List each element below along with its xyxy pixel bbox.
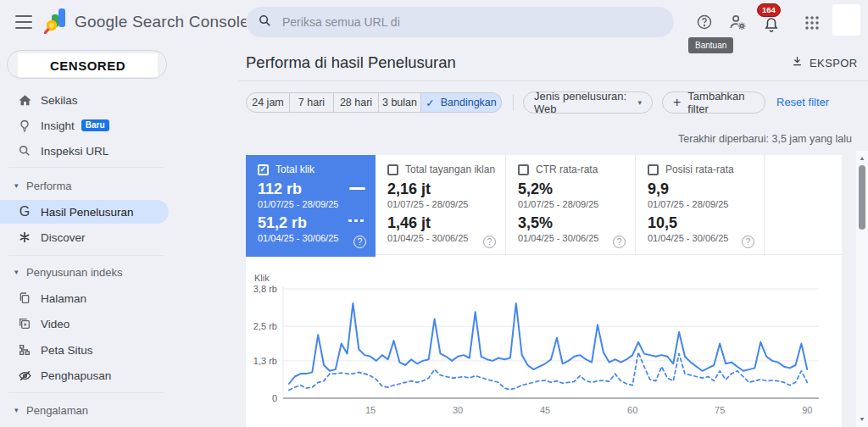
metric-card-total-klik[interactable]: ✓ Total klik 112 rb 01/07/25 - 28/09/25 …	[246, 155, 376, 257]
svg-text:15: 15	[365, 405, 376, 415]
search-console-logo-icon	[44, 7, 68, 37]
metric-range-current: 01/07/25 - 28/09/25	[387, 199, 468, 209]
brand-link[interactable]: Google Search Console	[44, 7, 249, 37]
question-icon[interactable]: ?	[483, 236, 496, 248]
menu-icon[interactable]	[14, 14, 33, 30]
metric-range-previous: 01/04/25 - 30/06/25	[258, 233, 338, 243]
sidebar-item-halaman[interactable]: Halaman	[0, 286, 169, 311]
svg-text:0: 0	[272, 393, 277, 403]
sidebar-item-discover[interactable]: Discover	[0, 225, 169, 249]
plus-icon: +	[673, 96, 681, 109]
filter-separator	[513, 94, 514, 111]
metric-value-previous: 3,5%	[518, 214, 553, 232]
range-28-hari[interactable]: 28 hari	[334, 92, 379, 113]
help-button[interactable]	[694, 12, 715, 32]
last-updated-text: Terakhir diperbarui: 3,5 jam yang lalu	[678, 133, 852, 145]
svg-text:45: 45	[540, 405, 550, 415]
vertical-scrollbar[interactable]: ▲ ▼	[856, 151, 868, 427]
search-icon	[258, 14, 272, 31]
metric-value-previous: 51,2 rb	[258, 214, 307, 232]
sidebar-section-penyusunan-indeks[interactable]: ▾ Penyusunan indeks	[0, 260, 169, 284]
brand-text: Google Search Console	[75, 13, 249, 31]
range-7-hari[interactable]: 7 hari	[290, 92, 334, 113]
scroll-down-icon[interactable]: ▼	[856, 416, 868, 422]
export-button[interactable]: EKSPOR	[791, 55, 858, 70]
metric-range-current: 01/07/25 - 28/09/25	[648, 199, 728, 209]
property-name: CENSORED	[18, 53, 158, 77]
sidebar-divider	[8, 167, 164, 168]
question-icon[interactable]: ?	[742, 236, 754, 248]
notifications-icon[interactable]	[761, 14, 782, 35]
reset-filter-link[interactable]: Reset filter	[776, 96, 829, 108]
header-divider	[238, 80, 868, 81]
search-type-filter[interactable]: Jenis penelusuran: Web ▾	[523, 92, 653, 114]
home-icon	[17, 93, 32, 108]
metric-range-previous: 01/04/25 - 30/06/25	[518, 233, 598, 243]
eye-off-icon	[17, 369, 32, 383]
download-icon	[791, 55, 804, 70]
svg-text:1,3 rb: 1,3 rb	[253, 356, 277, 366]
sidebar-item-peta-situs[interactable]: Peta Situs	[0, 337, 169, 363]
metric-range-previous: 01/04/25 - 30/06/25	[648, 233, 728, 243]
search-input[interactable]	[282, 15, 638, 29]
metric-card-ctr[interactable]: CTR rata-rata 5,2% 01/07/25 - 28/09/25 3…	[505, 155, 635, 255]
chevron-down-icon: ▾	[637, 98, 642, 107]
metric-value-previous: 1,46 jt	[387, 214, 431, 232]
question-icon[interactable]: ?	[613, 236, 626, 248]
metric-value-current: 112 rb	[258, 180, 302, 198]
check-icon: ✓	[426, 97, 434, 109]
property-selector[interactable]: CENSORED	[7, 50, 167, 79]
question-icon[interactable]: ?	[353, 236, 366, 248]
sidebar-section-pengalaman[interactable]: ▾ Pengalaman	[0, 398, 169, 422]
sidebar-item-insight[interactable]: Insight Baru	[0, 113, 169, 138]
sidebar-section-performa[interactable]: ▾ Performa	[0, 174, 169, 197]
metric-value-current: 5,2%	[518, 180, 553, 198]
page-title: Performa di hasil Penelusuran	[246, 53, 456, 72]
total-tayangan-checkbox[interactable]	[387, 164, 398, 175]
sidebar-divider	[8, 392, 164, 393]
apps-grid-icon[interactable]	[802, 13, 822, 33]
clicks-line-chart[interactable]: 01,3 rb2,5 rb3,8 rb153045607590	[246, 269, 842, 427]
help-tooltip: Bantuan	[688, 37, 733, 53]
metric-range-current: 01/07/25 - 28/09/25	[258, 199, 338, 209]
metric-range-current: 01/07/25 - 28/09/25	[518, 199, 598, 209]
pages-icon	[17, 291, 32, 305]
svg-text:3,8 rb: 3,8 rb	[253, 284, 277, 294]
metric-value-current: 2,16 jt	[387, 180, 431, 198]
url-inspection-searchbar[interactable]	[246, 7, 674, 37]
sidebar-divider	[8, 255, 164, 256]
metric-card-total-tayangan[interactable]: Total tayangan iklan 2,16 jt 01/07/25 - …	[376, 155, 505, 255]
posisi-checkbox[interactable]	[648, 164, 659, 175]
baru-badge: Baru	[81, 119, 109, 131]
range-24-jam[interactable]: 24 jam	[246, 92, 290, 113]
google-g-icon: G	[17, 205, 32, 219]
account-settings-icon[interactable]	[727, 12, 748, 32]
chevron-down-icon: ▾	[14, 268, 26, 276]
profile-avatar[interactable]	[832, 4, 860, 36]
scroll-up-icon[interactable]: ▲	[856, 155, 868, 161]
range-3-bulan[interactable]: 3 bulan	[379, 92, 421, 113]
sidebar-item-penghapusan[interactable]: Penghapusan	[0, 363, 169, 388]
total-klik-checkbox[interactable]: ✓	[258, 164, 269, 175]
sidebar-item-video[interactable]: Video	[0, 311, 169, 336]
sitemap-icon	[17, 343, 32, 357]
metric-range-previous: 01/04/25 - 30/06/25	[387, 233, 468, 243]
sidebar-item-hasil-penelusuran[interactable]: G Hasil Penelusuran	[0, 200, 169, 224]
compare-toggle[interactable]: ✓ Bandingkan	[421, 92, 502, 113]
metric-card-posisi[interactable]: Posisi rata-rata 9,9 01/07/25 - 28/09/25…	[635, 155, 765, 255]
notification-count-badge[interactable]: 164	[757, 3, 781, 17]
google-search-console-app: Google Search Console 164 Bantuan	[0, 0, 868, 427]
svg-text:60: 60	[627, 405, 637, 415]
line-dashed-indicator	[348, 219, 364, 222]
svg-text:90: 90	[802, 405, 812, 415]
video-icon	[17, 317, 32, 330]
scrollbar-thumb[interactable]	[859, 165, 865, 230]
discover-asterisk-icon	[17, 230, 32, 244]
ctr-checkbox[interactable]	[518, 164, 529, 175]
date-range-selector: 24 jam 7 hari 28 hari 3 bulan ✓ Bandingk…	[246, 92, 502, 113]
sidebar-item-inspeksi-url[interactable]: Inspeksi URL	[0, 138, 169, 164]
sidebar-item-sekilas[interactable]: Sekilas	[0, 87, 169, 113]
svg-text:2,5 rb: 2,5 rb	[253, 321, 277, 331]
add-filter-button[interactable]: + Tambahkan filter	[662, 92, 765, 114]
svg-text:30: 30	[453, 405, 463, 415]
